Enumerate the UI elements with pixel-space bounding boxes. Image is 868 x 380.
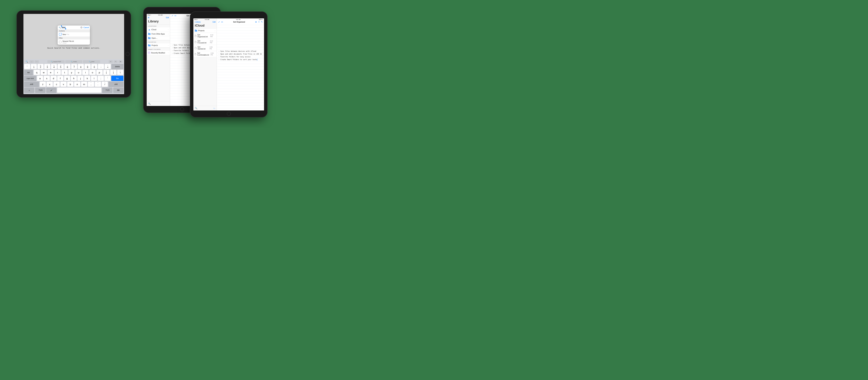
key[interactable]: (9 [85, 64, 91, 69]
key[interactable]: ☺ [24, 88, 34, 93]
redo-button[interactable]: ↷ [114, 60, 118, 63]
toolbar-search-icon[interactable]: 🔍 [25, 60, 29, 63]
sort-icon[interactable]: ↑↓ [213, 107, 215, 109]
key[interactable]: i [82, 70, 89, 75]
key[interactable]: Go [111, 76, 123, 81]
file-row[interactable]: Get Focused.txt3:10 PM [193, 39, 217, 45]
add-icon[interactable]: ⊕ [255, 21, 257, 23]
edit-button[interactable]: Edit [166, 17, 169, 19]
key[interactable]: n [74, 82, 81, 87]
fullscreen-icon[interactable]: ⤢ [218, 21, 220, 23]
key[interactable]: #3 [44, 64, 50, 69]
folder-projects[interactable]: Projects› [193, 28, 217, 33]
edit-button[interactable]: Edit [213, 21, 216, 23]
key[interactable]: )0 [91, 64, 97, 69]
key[interactable]: z [40, 82, 46, 87]
key[interactable]: shift [108, 82, 123, 87]
settings-icon[interactable]: ⚙ [148, 17, 150, 19]
key[interactable]: <, [88, 82, 94, 87]
key[interactable]: v [60, 82, 67, 87]
key[interactable] [57, 88, 101, 93]
key[interactable]: !1 [31, 64, 37, 69]
key[interactable]: x [46, 82, 53, 87]
key[interactable]: e [48, 70, 54, 75]
clear-icon[interactable]: ✕ [81, 26, 83, 28]
fullscreen-icon[interactable]: ⤢ [172, 14, 173, 17]
key[interactable]: .?123 [102, 88, 112, 93]
location-open[interactable]: Open… [147, 36, 170, 40]
key[interactable]: &7 [71, 64, 77, 69]
search-icon[interactable]: 🔍 [148, 103, 151, 105]
home-button[interactable] [126, 52, 129, 56]
text-size-icon[interactable]: AA [175, 15, 176, 17]
key[interactable]: j [78, 76, 84, 81]
key[interactable]: r [55, 70, 61, 75]
key[interactable]: :; [98, 76, 104, 81]
key[interactable]: shift [24, 82, 39, 87]
cmd-button[interactable]: ⌘ [118, 60, 123, 63]
key[interactable]: "' [104, 76, 111, 81]
key[interactable]: ^6 [64, 64, 70, 69]
key[interactable]: h [71, 76, 77, 81]
compose-icon[interactable]: ✎ [261, 21, 262, 23]
file-row[interactable]: Get Organized.txt3:10 PM [193, 33, 217, 39]
key[interactable]: caps lock [24, 76, 36, 81]
key[interactable]: q [34, 70, 40, 75]
undo-button[interactable]: ↶ [109, 60, 113, 63]
home-button[interactable] [227, 112, 231, 116]
quick-search-field[interactable]: 🔍 New ✕ Cancel [58, 26, 90, 30]
key[interactable]: ?/ [102, 82, 108, 87]
share-icon[interactable]: ⇪ [258, 21, 260, 23]
key[interactable]: g [64, 76, 70, 81]
smart-recently-modified[interactable]: Recently Modified› [147, 51, 170, 55]
key[interactable]: _- [98, 64, 104, 69]
search-query[interactable]: New [61, 26, 81, 28]
suggestion-3[interactable]: 🔍 print [83, 60, 100, 63]
key[interactable]: c [54, 82, 60, 87]
location-icloud[interactable]: iCloud› [147, 27, 170, 32]
key[interactable]: @2 [37, 64, 43, 69]
key[interactable]: 🎤 [46, 88, 56, 93]
key[interactable]: {[ [103, 70, 110, 75]
key[interactable]: .?123 [35, 88, 45, 93]
key[interactable]: *8 [78, 64, 84, 69]
key[interactable]: s [44, 76, 50, 81]
key[interactable]: p [96, 70, 102, 75]
key[interactable]: $4 [51, 64, 57, 69]
key[interactable]: tab [24, 70, 33, 75]
key[interactable]: f [57, 76, 63, 81]
home-button[interactable] [180, 107, 184, 111]
key[interactable]: ⌨ [113, 88, 123, 93]
location-other-apps[interactable]: From Other Apps› [147, 32, 170, 36]
key[interactable]: b [67, 82, 73, 87]
key[interactable]: k [84, 76, 90, 81]
key[interactable]: l [91, 76, 97, 81]
toolbar-up-icon[interactable]: ︿ [30, 60, 34, 63]
suggestion-2[interactable]: 🔍 notes [65, 60, 83, 63]
key[interactable]: ~` [24, 64, 30, 69]
document-body[interactable]: - Sync files between devices with iCloud… [219, 50, 262, 61]
key[interactable]: >. [95, 82, 101, 87]
file-result[interactable]: Newest File.txt iCloud [58, 39, 90, 45]
favorite-projects[interactable]: Projects› [147, 43, 170, 48]
key[interactable]: t [61, 70, 68, 75]
action-new-file[interactable]: New File [58, 32, 90, 37]
cancel-button[interactable]: Cancel [84, 27, 89, 28]
key[interactable]: %5 [58, 64, 64, 69]
key[interactable]: delete [112, 64, 123, 69]
suggestion-1[interactable]: 🔍 export PDF [48, 60, 65, 63]
file-row[interactable]: Get Started.txt3:09 PM [193, 45, 217, 51]
key[interactable]: y [68, 70, 75, 75]
key[interactable]: u [75, 70, 82, 75]
text-size-icon[interactable]: AA [221, 21, 223, 23]
key[interactable]: d [51, 76, 57, 81]
key[interactable]: o [89, 70, 95, 75]
back-button[interactable]: ‹ Library [194, 21, 201, 23]
key[interactable]: }] [110, 70, 117, 75]
key[interactable]: |\ [117, 70, 123, 75]
file-row[interactable]: Get Comfortable.txt3:09 PM [193, 51, 217, 57]
key[interactable]: m [81, 82, 87, 87]
key[interactable]: += [105, 64, 111, 69]
key[interactable]: w [41, 70, 47, 75]
toolbar-down-icon[interactable]: ﹀ [35, 60, 39, 63]
